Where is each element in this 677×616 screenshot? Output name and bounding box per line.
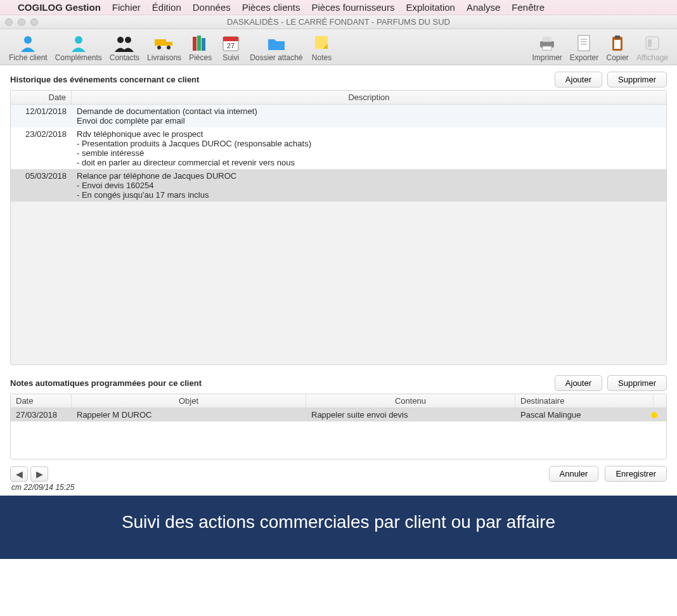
save-button[interactable]: Enregistrer bbox=[605, 466, 667, 482]
events-body[interactable]: 12/01/2018Demande de documentation (cont… bbox=[11, 105, 666, 364]
window-title: DASKALIDÈS - LE CARRÉ FONDANT - PARFUMS … bbox=[227, 17, 450, 27]
svg-rect-10 bbox=[202, 38, 205, 51]
folder-blue-icon bbox=[265, 33, 288, 53]
toolbar-exporter[interactable]: Exporter bbox=[566, 32, 602, 63]
cancel-button[interactable]: Annuler bbox=[549, 466, 599, 482]
toolbar-contacts[interactable]: Contacts bbox=[106, 32, 143, 63]
svg-point-2 bbox=[117, 37, 124, 43]
zoom-icon[interactable] bbox=[30, 18, 38, 26]
cell-description: Demande de documentation (contact via in… bbox=[72, 106, 666, 126]
cell-description: Rdv téléphonique avec le prospect - Pres… bbox=[72, 129, 666, 168]
toolbar-label: Exporter bbox=[570, 53, 598, 62]
toolbar-notes[interactable]: Notes bbox=[307, 32, 337, 63]
svg-rect-24 bbox=[614, 40, 621, 49]
events-col-date[interactable]: Date bbox=[11, 91, 72, 104]
toolbar-label: Suivi bbox=[222, 53, 239, 62]
table-row[interactable]: 23/02/2018Rdv téléphonique avec le prosp… bbox=[11, 127, 666, 169]
events-title: Historique des événements concernant ce … bbox=[10, 75, 199, 84]
toolbar-label: Copier bbox=[606, 53, 628, 62]
notes-col-contenu[interactable]: Contenu bbox=[306, 394, 515, 407]
svg-point-3 bbox=[125, 37, 131, 43]
menu-fenetre[interactable]: Fenêtre bbox=[512, 2, 545, 13]
toolbar-suivi[interactable]: 27Suivi bbox=[216, 32, 246, 63]
toolbar-label: Contacts bbox=[110, 53, 139, 62]
events-header: Historique des événements concernant ce … bbox=[10, 72, 667, 87]
window-titlebar: DASKALIDÈS - LE CARRÉ FONDANT - PARFUMS … bbox=[0, 15, 677, 29]
notes-header: Notes automatiques programmées pour ce c… bbox=[10, 375, 667, 391]
person-blue-icon bbox=[16, 33, 39, 53]
events-col-description[interactable]: Description bbox=[72, 91, 666, 104]
table-row[interactable]: 05/03/2018Relance par téléphone de Jacqu… bbox=[11, 169, 666, 202]
prev-button[interactable]: ◀ bbox=[10, 466, 28, 482]
notes-table: Date Objet Contenu Destinataire 27/03/20… bbox=[10, 394, 667, 459]
menu-exploitation[interactable]: Exploitation bbox=[406, 2, 455, 13]
notes-col-destinataire[interactable]: Destinataire bbox=[515, 394, 654, 407]
traffic-lights[interactable] bbox=[5, 18, 38, 26]
cell-date: 27/03/2018 bbox=[11, 409, 72, 420]
truck-yellow-icon bbox=[153, 33, 176, 53]
toolbar-affichage: Affichage bbox=[633, 32, 672, 63]
cell-date: 23/02/2018 bbox=[11, 129, 72, 168]
events-delete-button[interactable]: Supprimer bbox=[607, 72, 667, 87]
toolbar-livraisons[interactable]: Livraisons bbox=[143, 32, 185, 63]
switch-icon bbox=[641, 33, 664, 53]
notes-col-date[interactable]: Date bbox=[11, 394, 72, 407]
people-black-icon bbox=[113, 33, 136, 53]
clipboard-icon bbox=[606, 33, 629, 53]
cell-description: Relance par téléphone de Jacques DUROC -… bbox=[72, 170, 666, 200]
menu-analyse[interactable]: Analyse bbox=[467, 2, 500, 13]
app-name[interactable]: COGILOG Gestion bbox=[18, 2, 101, 13]
events-table-head: Date Description bbox=[11, 91, 666, 105]
menu-pieces-fournisseurs[interactable]: Pièces fournisseurs bbox=[312, 2, 395, 13]
notes-col-flag bbox=[654, 394, 666, 407]
timestamp: cm 22/09/14 15:25 bbox=[0, 483, 677, 496]
svg-rect-12 bbox=[223, 37, 238, 41]
calendar-icon: 27 bbox=[219, 33, 242, 53]
toolbar-complements[interactable]: Compléments bbox=[51, 32, 106, 63]
cell-date: 12/01/2018 bbox=[11, 106, 72, 126]
sticky-yellow-icon bbox=[311, 33, 333, 53]
minimize-icon[interactable] bbox=[18, 18, 25, 26]
svg-rect-23 bbox=[615, 35, 620, 39]
person-cyan-icon bbox=[67, 33, 90, 53]
svg-rect-4 bbox=[155, 39, 166, 46]
status-dot-icon bbox=[651, 412, 657, 418]
svg-rect-9 bbox=[197, 35, 201, 51]
caption-banner: Suivi des actions commerciales par clien… bbox=[0, 496, 677, 559]
books-icon bbox=[189, 33, 212, 53]
menu-fichier[interactable]: Fichier bbox=[112, 2, 141, 13]
cell-contenu: Rappeler suite envoi devis bbox=[306, 409, 515, 420]
toolbar-imprimer[interactable]: Imprimer bbox=[528, 32, 565, 63]
notes-title: Notes automatiques programmées pour ce c… bbox=[10, 378, 202, 388]
notes-col-objet[interactable]: Objet bbox=[72, 394, 306, 407]
toolbar-label: Imprimer bbox=[532, 53, 562, 62]
toolbar-label: Fiche client bbox=[9, 53, 48, 62]
notes-body[interactable]: 27/03/2018Rappeler M DUROCRappeler suite… bbox=[11, 408, 666, 459]
menu-pieces-clients[interactable]: Pièces clients bbox=[242, 2, 300, 13]
toolbar-label: Pièces bbox=[189, 53, 212, 62]
toolbar-label: Compléments bbox=[55, 53, 102, 62]
svg-rect-8 bbox=[193, 37, 197, 51]
close-icon[interactable] bbox=[5, 18, 13, 26]
toolbar-dossier-attache[interactable]: Dossier attaché bbox=[246, 32, 306, 63]
notes-delete-button[interactable]: Supprimer bbox=[607, 375, 667, 391]
menu-donnees[interactable]: Données bbox=[193, 2, 231, 13]
notes-add-button[interactable]: Ajouter bbox=[555, 375, 602, 391]
toolbar-copier[interactable]: Copier bbox=[602, 32, 633, 63]
events-add-button[interactable]: Ajouter bbox=[555, 72, 602, 87]
svg-text:27: 27 bbox=[227, 42, 235, 49]
next-button[interactable]: ▶ bbox=[30, 466, 48, 482]
toolbar-fiche-client[interactable]: Fiche client bbox=[5, 32, 51, 63]
svg-rect-17 bbox=[543, 46, 551, 50]
svg-rect-16 bbox=[543, 37, 551, 42]
toolbar-label: Livraisons bbox=[147, 53, 181, 62]
svg-rect-18 bbox=[578, 35, 590, 51]
svg-point-7 bbox=[167, 46, 171, 49]
toolbar-pieces[interactable]: Pièces bbox=[185, 32, 216, 63]
table-row[interactable]: 27/03/2018Rappeler M DUROCRappeler suite… bbox=[11, 408, 666, 421]
notes-table-head: Date Objet Contenu Destinataire bbox=[11, 394, 666, 408]
svg-rect-26 bbox=[648, 39, 652, 47]
cell-destinataire: Pascal Malingue bbox=[515, 409, 666, 420]
table-row[interactable]: 12/01/2018Demande de documentation (cont… bbox=[11, 105, 666, 127]
menu-edition[interactable]: Édition bbox=[152, 2, 181, 13]
